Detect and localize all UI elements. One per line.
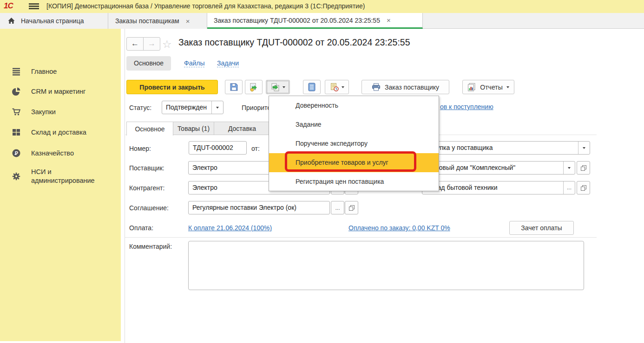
- chevron-down-icon[interactable]: [578, 142, 590, 154]
- titlebar: 1С [КОПИЯ] Демонстрационная база / Управ…: [0, 0, 644, 13]
- forward-button[interactable]: →: [143, 37, 160, 51]
- organization-open-button[interactable]: [577, 161, 590, 175]
- tab-supplier-order-document[interactable]: Заказ поставщику ТДUT-000002 от 20.05.20…: [207, 13, 423, 29]
- close-icon[interactable]: ×: [387, 16, 391, 24]
- comment-textarea[interactable]: [188, 241, 584, 290]
- menu-item-power-of-attorney[interactable]: Доверенность: [269, 96, 439, 115]
- print-order-button[interactable]: Заказ поставщику: [361, 80, 449, 94]
- status-value: Подтвержден: [166, 104, 207, 111]
- menu-lines-icon: [12, 67, 21, 76]
- supplier-label: Поставщик:: [129, 164, 164, 172]
- tab-supplier-orders[interactable]: Заказы поставщикам ×: [108, 13, 207, 29]
- open-icon: [349, 205, 355, 211]
- document-history-button[interactable]: [325, 80, 349, 94]
- sidebar-item-label: CRM и маркетинг: [31, 87, 109, 96]
- cart-icon: [12, 107, 21, 116]
- operation-combobox[interactable]: Закупка у поставщика: [422, 141, 590, 155]
- form-tab-main[interactable]: Основное: [126, 122, 173, 136]
- sidebar-item-crm[interactable]: CRM и маркетинг: [0, 86, 121, 97]
- form-tab-goods[interactable]: Товары (1): [173, 122, 214, 135]
- agreement-ellipsis-button[interactable]: ...: [331, 201, 344, 214]
- save-button[interactable]: [225, 80, 243, 94]
- ruble-circle-icon: P: [12, 149, 21, 158]
- sidebar-item-nsi-administration[interactable]: НСИ и администрирование: [0, 166, 121, 187]
- group-separator-line: [125, 237, 597, 238]
- warehouse-ellipsis-button[interactable]: ...: [563, 181, 575, 194]
- reports-label: Отчеты: [480, 84, 502, 91]
- payment-offset-button[interactable]: Зачет оплаты: [509, 221, 574, 235]
- sidebar-item-purchases[interactable]: Закупки: [0, 106, 121, 117]
- create-based-on-icon: [271, 83, 280, 92]
- chevron-down-icon[interactable]: [563, 162, 575, 174]
- open-icon: [581, 185, 586, 191]
- tab-home-label: Начальная страница: [21, 17, 84, 25]
- menu-item-goods-services-acquisition[interactable]: Приобретение товаров и услуг: [269, 153, 439, 172]
- sidebar-item-label: Склад и доставка: [31, 128, 109, 137]
- warehouse-open-button[interactable]: [577, 181, 590, 194]
- pie-chart-icon: [12, 87, 21, 96]
- grid-icon: [12, 128, 21, 137]
- screen: 1С [КОПИЯ] Демонстрационная база / Управ…: [0, 0, 644, 343]
- close-icon[interactable]: ×: [186, 17, 190, 25]
- date-label: от:: [251, 145, 260, 152]
- tab-home[interactable]: Начальная страница: [0, 13, 108, 29]
- warehouse-field[interactable]: Склад бытовой техники ...: [422, 181, 575, 194]
- document-structure-button[interactable]: [303, 80, 321, 94]
- print-order-label: Заказ поставщику: [385, 84, 439, 91]
- svg-text:P: P: [15, 150, 18, 156]
- status-combobox[interactable]: Подтвержден: [162, 101, 223, 114]
- menu-item-supplier-price-registration[interactable]: Регистрация цен поставщика: [269, 172, 439, 191]
- structure-list-icon: [308, 83, 315, 91]
- dropdown-caret-icon: [342, 86, 344, 90]
- counterparty-label: Контрагент:: [129, 184, 164, 192]
- post-document-button[interactable]: [245, 80, 263, 94]
- menu-item-forwarder-instruction[interactable]: Поручение экспедитору: [269, 134, 439, 153]
- post-and-close-button[interactable]: Провести и закрыть: [126, 80, 218, 94]
- comment-label: Комментарий:: [129, 243, 172, 250]
- sidebar-item-warehouse[interactable]: Склад и доставка: [0, 127, 121, 138]
- organization-value: Торговый дом "Комплексный": [426, 164, 515, 171]
- create-based-on-menu: Доверенность Задание Поручение экспедито…: [269, 96, 439, 191]
- sidebar-item-label: НСИ и администрирование: [31, 168, 109, 185]
- favorite-star-icon[interactable]: ☆: [162, 38, 172, 51]
- chevron-down-icon[interactable]: [211, 101, 223, 114]
- page-title: Заказ поставщику ТДUT-000002 от 20.05.20…: [178, 37, 410, 48]
- sidebar-item-label: Закупки: [31, 108, 109, 116]
- report-chart-icon: [467, 83, 476, 91]
- number-label: Номер:: [129, 145, 151, 152]
- home-icon: [7, 17, 15, 25]
- gear-icon: [12, 172, 21, 181]
- agreement-open-button[interactable]: [345, 201, 358, 214]
- back-button[interactable]: ←: [126, 37, 144, 51]
- agreement-field[interactable]: Регулярные поставки Электро (ок): [188, 201, 330, 214]
- payment-paid-link[interactable]: Оплачено по заказу: 0,00 KZT 0%: [348, 224, 450, 232]
- reports-button[interactable]: Отчеты: [462, 80, 514, 94]
- nav-tab-main[interactable]: Основное: [126, 56, 171, 71]
- menu-item-task[interactable]: Задание: [269, 115, 439, 134]
- sidebar-item-treasury[interactable]: P Казначейство: [0, 148, 121, 159]
- sidebar-item-label: Казначейство: [31, 149, 109, 158]
- agreement-label: Соглашение:: [129, 204, 169, 212]
- payment-label: Оплата:: [129, 224, 153, 232]
- main-menu-icon[interactable]: [29, 3, 39, 10]
- printer-icon: [372, 83, 381, 91]
- 1c-logo-icon: 1С: [4, 1, 13, 11]
- organization-combobox[interactable]: Торговый дом "Комплексный": [422, 161, 575, 175]
- payment-due-link[interactable]: К оплате 21.06.2024 (100%): [188, 224, 272, 232]
- form-tab-delivery[interactable]: Доставка: [214, 122, 270, 135]
- app-title: [КОПИЯ] Демонстрационная база / Управлен…: [46, 2, 365, 10]
- document-clock-icon: [330, 83, 339, 92]
- nav-tab-tasks[interactable]: Задачи: [217, 59, 239, 67]
- nav-tab-files[interactable]: Файлы: [184, 59, 204, 67]
- create-based-on-button[interactable]: [266, 80, 290, 94]
- status-label: Статус:: [129, 104, 151, 111]
- receipt-documents-link[interactable]: ов к поступлению: [440, 103, 493, 110]
- dropdown-caret-icon: [506, 86, 509, 90]
- save-icon: [230, 83, 238, 91]
- number-field[interactable]: ТДUT-000002: [189, 141, 247, 155]
- sidebar-item-main[interactable]: Главное: [0, 66, 121, 77]
- tab-label: Заказы поставщикам: [115, 17, 179, 25]
- sidebar: Главное CRM и маркетинг Закупки Склад и …: [0, 29, 121, 341]
- content-left-border: [125, 29, 125, 343]
- open-icon: [581, 165, 586, 171]
